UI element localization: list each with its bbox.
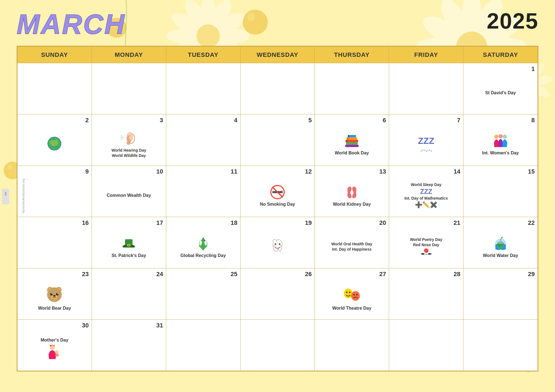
date-15: 15 xyxy=(466,168,535,175)
date-27: 27 xyxy=(317,271,386,278)
day-18: 18 Global Recycling Day xyxy=(166,217,240,268)
svg-rect-53 xyxy=(348,135,349,137)
day-empty-2 xyxy=(92,63,166,114)
day-20: 20 World Oral Health Day Int. Day of Hap… xyxy=(315,217,389,268)
date-13: 13 xyxy=(317,168,386,175)
day-empty-11 xyxy=(463,320,538,371)
day-empty-5 xyxy=(315,63,389,114)
day-3-content: World Hearing Day World Wildlife Day xyxy=(95,125,163,163)
recycle-icon xyxy=(195,235,211,252)
svg-point-55 xyxy=(498,134,503,138)
col-wednesday: WEDNESDAY xyxy=(240,47,315,63)
event-st-davids: St David's Day xyxy=(485,90,516,96)
day-empty-7 xyxy=(166,320,240,371)
event-hearing: World Hearing Day xyxy=(112,148,146,153)
calendar-table: SUNDAY MONDAY TUESDAY WEDNESDAY THURSDAY… xyxy=(17,46,538,371)
sleep-dots xyxy=(421,147,432,153)
svg-point-68 xyxy=(273,245,275,248)
day-18-content: Global Recycling Day xyxy=(169,228,238,266)
day-7: 7 ZZZ xyxy=(389,114,463,166)
zzz-icon: ZZZ xyxy=(418,136,434,146)
day-14-content: World Sleep Day ZZZ Int. Day of Mathemat… xyxy=(392,176,460,215)
date-29: 29 xyxy=(466,271,535,278)
svg-rect-65 xyxy=(128,245,130,246)
kidney-icon xyxy=(344,184,360,200)
week-row-6: 30 Mother's Day xyxy=(17,320,538,371)
svg-rect-52 xyxy=(347,138,348,140)
svg-point-90 xyxy=(353,294,355,295)
date-18: 18 xyxy=(169,219,238,226)
date-28: 28 xyxy=(392,271,460,278)
zzz2-icon: ZZZ xyxy=(420,188,432,195)
date-10: 10 xyxy=(95,168,163,175)
day-12-content: No Smoking Day xyxy=(243,176,312,215)
col-saturday: SATURDAY xyxy=(463,47,538,63)
date-7: 7 xyxy=(392,117,460,124)
date-24: 24 xyxy=(95,271,163,278)
day-16: 16 xyxy=(17,217,92,268)
date-1: 1 xyxy=(466,65,535,73)
col-friday: FRIDAY xyxy=(389,47,463,63)
theatre-icon xyxy=(342,285,362,304)
date-12: 12 xyxy=(243,168,312,175)
svg-point-54 xyxy=(494,134,498,139)
day-1-content: St David's Day xyxy=(466,74,535,112)
nsi-logo: NSI xyxy=(1,188,10,205)
red-nose-icon xyxy=(419,248,433,256)
earth-icon xyxy=(46,135,63,152)
day-8-content: Int. Women's Day xyxy=(466,125,535,163)
date-3: 3 xyxy=(95,117,163,124)
event-wildlife: World Wildlife Day xyxy=(112,153,146,158)
date-8: 8 xyxy=(466,117,535,124)
svg-point-91 xyxy=(356,294,358,295)
svg-point-84 xyxy=(52,293,53,294)
event-patrick: St. Patrick's Day xyxy=(112,253,146,259)
watermark: NurseriesAndSchools.org xyxy=(22,179,25,213)
day-27: 27 xyxy=(315,268,389,320)
event-mothers: Mother's Day xyxy=(41,337,69,343)
svg-point-80 xyxy=(56,293,59,295)
svg-rect-46 xyxy=(345,140,358,142)
day-14: 14 World Sleep Day ZZZ Int. Day of Mathe… xyxy=(389,166,463,217)
date-21: 21 xyxy=(392,219,460,226)
svg-point-87 xyxy=(346,291,347,293)
svg-rect-50 xyxy=(345,145,359,147)
day-4: 4 xyxy=(166,114,240,166)
col-monday: MONDAY xyxy=(92,47,166,63)
day-2-content xyxy=(20,125,89,163)
date-2: 2 xyxy=(20,117,89,124)
event-bear: World Bear Day xyxy=(38,306,71,311)
day-20-events: World Oral Health Day Int. Day of Happin… xyxy=(331,242,372,252)
svg-rect-59 xyxy=(281,190,283,191)
patrick-hat-icon xyxy=(120,235,137,252)
day-26: 26 xyxy=(240,268,315,320)
svg-point-94 xyxy=(50,345,52,347)
event-recycling: Global Recycling Day xyxy=(180,253,226,259)
day-14-events: World Sleep Day ZZZ Int. Day of Mathemat… xyxy=(404,182,448,208)
no-smoking-icon xyxy=(269,184,286,200)
week-row-5: 23 xyxy=(17,268,538,320)
women-icon xyxy=(492,133,509,149)
day-13-content: World Kidney Day xyxy=(317,176,386,215)
day-20-content: World Oral Health Day Int. Day of Happin… xyxy=(317,228,386,266)
event-red-nose: Red Nose Day xyxy=(413,243,439,247)
event-kidney: World Kidney Day xyxy=(333,202,371,207)
day-3: 3 xyxy=(92,114,166,166)
event-theatre: World Theatre Day xyxy=(332,306,371,311)
day-empty-1 xyxy=(17,63,92,114)
date-14: 14 xyxy=(392,168,460,175)
event-oral-health: World Oral Health Day xyxy=(331,242,372,246)
day-3-events: World Hearing Day World Wildlife Day xyxy=(112,148,146,158)
date-17: 17 xyxy=(95,219,163,226)
col-tuesday: TUESDAY xyxy=(166,47,240,63)
day-empty-8 xyxy=(240,320,315,371)
event-math: Int. Day of Mathematics xyxy=(404,196,448,201)
week-row-3: 9 10 Common Wealth Day 11 12 xyxy=(17,166,538,217)
day-8: 8 Int. Wo xyxy=(463,114,538,166)
week-row-4: 16 17 xyxy=(17,217,538,268)
svg-point-93 xyxy=(55,350,59,354)
day-22-content: World Water Day xyxy=(466,228,535,266)
mother-icon xyxy=(46,343,63,360)
day-2: 2 xyxy=(17,114,92,166)
day-17: 17 St. Patrick's Day xyxy=(92,217,166,268)
